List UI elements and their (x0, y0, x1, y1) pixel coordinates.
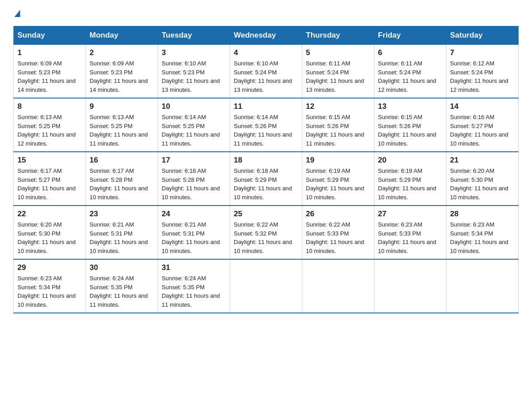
calendar-cell: 8 Sunrise: 6:13 AMSunset: 5:25 PMDayligh… (14, 98, 86, 152)
day-number: 17 (162, 156, 226, 165)
day-header-thursday: Thursday (302, 26, 374, 45)
day-info: Sunrise: 6:15 AMSunset: 5:26 PMDaylight:… (306, 114, 364, 147)
day-number: 29 (17, 263, 82, 272)
page-header (13, 9, 519, 17)
day-header-saturday: Saturday (446, 26, 519, 45)
day-info: Sunrise: 6:20 AMSunset: 5:30 PMDaylight:… (17, 221, 76, 254)
day-number: 25 (234, 210, 298, 218)
day-number: 27 (378, 210, 442, 218)
day-info: Sunrise: 6:10 AMSunset: 5:23 PMDaylight:… (162, 60, 220, 93)
calendar-cell: 25 Sunrise: 6:22 AMSunset: 5:32 PMDaylig… (230, 206, 302, 259)
calendar-header-row: SundayMondayTuesdayWednesdayThursdayFrid… (14, 26, 519, 45)
calendar-cell: 3 Sunrise: 6:10 AMSunset: 5:23 PMDayligh… (158, 45, 230, 98)
logo-blue-text (15, 15, 16, 17)
day-info: Sunrise: 6:21 AMSunset: 5:31 PMDaylight:… (90, 221, 148, 254)
day-info: Sunrise: 6:11 AMSunset: 5:24 PMDaylight:… (378, 60, 436, 93)
calendar-cell: 11 Sunrise: 6:14 AMSunset: 5:26 PMDaylig… (230, 98, 302, 152)
calendar-cell: 2 Sunrise: 6:09 AMSunset: 5:23 PMDayligh… (86, 45, 158, 98)
calendar-cell: 14 Sunrise: 6:16 AMSunset: 5:27 PMDaylig… (446, 98, 519, 152)
calendar-cell (302, 259, 374, 313)
calendar-cell (230, 259, 302, 313)
calendar-cell: 12 Sunrise: 6:15 AMSunset: 5:26 PMDaylig… (302, 98, 374, 152)
day-number: 2 (90, 48, 154, 57)
calendar-cell: 29 Sunrise: 6:23 AMSunset: 5:34 PMDaylig… (14, 259, 86, 313)
day-number: 8 (17, 102, 82, 111)
day-number: 11 (234, 102, 298, 111)
day-number: 15 (17, 156, 82, 165)
day-info: Sunrise: 6:23 AMSunset: 5:34 PMDaylight:… (17, 275, 76, 308)
logo (13, 9, 20, 17)
calendar-cell (374, 259, 446, 313)
calendar-cell: 23 Sunrise: 6:21 AMSunset: 5:31 PMDaylig… (86, 206, 158, 259)
day-info: Sunrise: 6:19 AMSunset: 5:29 PMDaylight:… (306, 167, 364, 201)
calendar-cell: 18 Sunrise: 6:18 AMSunset: 5:29 PMDaylig… (230, 152, 302, 206)
day-info: Sunrise: 6:22 AMSunset: 5:33 PMDaylight:… (306, 221, 364, 254)
day-number: 22 (17, 210, 82, 218)
day-info: Sunrise: 6:18 AMSunset: 5:28 PMDaylight:… (162, 167, 220, 201)
day-info: Sunrise: 6:23 AMSunset: 5:34 PMDaylight:… (450, 221, 508, 254)
calendar-cell: 20 Sunrise: 6:19 AMSunset: 5:29 PMDaylig… (374, 152, 446, 206)
day-info: Sunrise: 6:24 AMSunset: 5:35 PMDaylight:… (162, 275, 220, 308)
day-number: 10 (162, 102, 226, 111)
day-info: Sunrise: 6:09 AMSunset: 5:23 PMDaylight:… (17, 60, 76, 93)
day-info: Sunrise: 6:24 AMSunset: 5:35 PMDaylight:… (90, 275, 148, 308)
day-number: 24 (162, 210, 226, 218)
day-number: 31 (162, 263, 226, 272)
day-header-wednesday: Wednesday (230, 26, 302, 45)
day-info: Sunrise: 6:09 AMSunset: 5:23 PMDaylight:… (90, 60, 148, 93)
calendar-cell: 22 Sunrise: 6:20 AMSunset: 5:30 PMDaylig… (14, 206, 86, 259)
calendar-cell (446, 259, 519, 313)
day-number: 18 (234, 156, 298, 165)
day-number: 7 (450, 48, 515, 57)
day-info: Sunrise: 6:10 AMSunset: 5:24 PMDaylight:… (234, 60, 292, 93)
calendar-cell: 1 Sunrise: 6:09 AMSunset: 5:23 PMDayligh… (14, 45, 86, 98)
calendar-week-row: 29 Sunrise: 6:23 AMSunset: 5:34 PMDaylig… (14, 259, 519, 313)
day-info: Sunrise: 6:13 AMSunset: 5:25 PMDaylight:… (90, 114, 148, 147)
calendar-cell: 7 Sunrise: 6:12 AMSunset: 5:24 PMDayligh… (446, 45, 519, 98)
calendar-cell: 31 Sunrise: 6:24 AMSunset: 5:35 PMDaylig… (158, 259, 230, 313)
day-number: 12 (306, 102, 370, 111)
calendar-cell: 24 Sunrise: 6:21 AMSunset: 5:31 PMDaylig… (158, 206, 230, 259)
day-header-monday: Monday (86, 26, 158, 45)
day-info: Sunrise: 6:14 AMSunset: 5:25 PMDaylight:… (162, 114, 220, 147)
day-number: 21 (450, 156, 515, 165)
calendar-cell: 28 Sunrise: 6:23 AMSunset: 5:34 PMDaylig… (446, 206, 519, 259)
day-info: Sunrise: 6:20 AMSunset: 5:30 PMDaylight:… (450, 167, 508, 201)
calendar-cell: 15 Sunrise: 6:17 AMSunset: 5:27 PMDaylig… (14, 152, 86, 206)
calendar-cell: 10 Sunrise: 6:14 AMSunset: 5:25 PMDaylig… (158, 98, 230, 152)
day-info: Sunrise: 6:18 AMSunset: 5:29 PMDaylight:… (234, 167, 292, 201)
day-number: 13 (378, 102, 442, 111)
calendar-table: SundayMondayTuesdayWednesdayThursdayFrid… (13, 26, 519, 313)
day-number: 5 (306, 48, 370, 57)
calendar-cell: 4 Sunrise: 6:10 AMSunset: 5:24 PMDayligh… (230, 45, 302, 98)
calendar-cell: 30 Sunrise: 6:24 AMSunset: 5:35 PMDaylig… (86, 259, 158, 313)
calendar-week-row: 15 Sunrise: 6:17 AMSunset: 5:27 PMDaylig… (14, 152, 519, 206)
calendar-cell: 5 Sunrise: 6:11 AMSunset: 5:24 PMDayligh… (302, 45, 374, 98)
day-number: 16 (90, 156, 154, 165)
day-number: 1 (17, 48, 82, 57)
day-info: Sunrise: 6:17 AMSunset: 5:27 PMDaylight:… (17, 167, 76, 201)
day-number: 23 (90, 210, 154, 218)
calendar-cell: 16 Sunrise: 6:17 AMSunset: 5:28 PMDaylig… (86, 152, 158, 206)
calendar-cell: 9 Sunrise: 6:13 AMSunset: 5:25 PMDayligh… (86, 98, 158, 152)
calendar-cell: 17 Sunrise: 6:18 AMSunset: 5:28 PMDaylig… (158, 152, 230, 206)
day-info: Sunrise: 6:21 AMSunset: 5:31 PMDaylight:… (162, 221, 220, 254)
day-info: Sunrise: 6:17 AMSunset: 5:28 PMDaylight:… (90, 167, 148, 201)
day-number: 3 (162, 48, 226, 57)
calendar-cell: 19 Sunrise: 6:19 AMSunset: 5:29 PMDaylig… (302, 152, 374, 206)
day-info: Sunrise: 6:15 AMSunset: 5:26 PMDaylight:… (378, 114, 436, 147)
calendar-week-row: 22 Sunrise: 6:20 AMSunset: 5:30 PMDaylig… (14, 206, 519, 259)
day-number: 30 (90, 263, 154, 272)
day-number: 9 (90, 102, 154, 111)
day-info: Sunrise: 6:14 AMSunset: 5:26 PMDaylight:… (234, 114, 292, 147)
calendar-cell: 26 Sunrise: 6:22 AMSunset: 5:33 PMDaylig… (302, 206, 374, 259)
calendar-cell: 27 Sunrise: 6:23 AMSunset: 5:33 PMDaylig… (374, 206, 446, 259)
day-number: 4 (234, 48, 298, 57)
calendar-cell: 13 Sunrise: 6:15 AMSunset: 5:26 PMDaylig… (374, 98, 446, 152)
day-info: Sunrise: 6:16 AMSunset: 5:27 PMDaylight:… (450, 114, 508, 147)
day-info: Sunrise: 6:22 AMSunset: 5:32 PMDaylight:… (234, 221, 292, 254)
day-number: 26 (306, 210, 370, 218)
day-number: 20 (378, 156, 442, 165)
calendar-cell: 6 Sunrise: 6:11 AMSunset: 5:24 PMDayligh… (374, 45, 446, 98)
day-number: 19 (306, 156, 370, 165)
